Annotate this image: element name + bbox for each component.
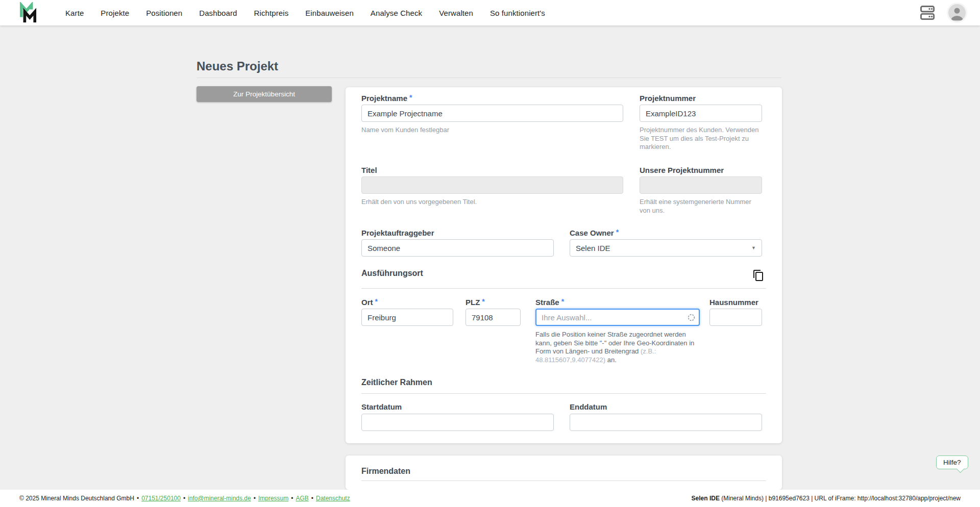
- nav-item-karte[interactable]: Karte: [65, 9, 84, 17]
- projektnummer-label: Projektnummer: [640, 94, 696, 103]
- footer-link-impressum[interactable]: Impressum: [258, 495, 288, 502]
- case-owner-selected-value: Selen IDE: [576, 244, 610, 252]
- required-asterisk: *: [561, 297, 564, 306]
- main-nav: Karte Projekte Positionen Dashboard Rich…: [65, 9, 545, 17]
- user-avatar-icon[interactable]: [948, 4, 966, 21]
- server-icon[interactable]: [920, 5, 935, 21]
- section-heading-firmendaten: Firmendaten: [361, 467, 410, 476]
- top-navigation-bar: Karte Projekte Positionen Dashboard Rich…: [0, 0, 980, 26]
- footer: © 2025 Mineral Minds Deutschland GmbH•07…: [0, 490, 980, 507]
- unsere-projektnummer-label: Unsere Projektnummer: [640, 166, 724, 174]
- required-asterisk: *: [616, 228, 619, 236]
- required-asterisk: *: [409, 93, 412, 102]
- nav-item-dashboard[interactable]: Dashboard: [199, 9, 237, 17]
- hausnummer-input[interactable]: [709, 309, 762, 326]
- plz-input[interactable]: [465, 309, 521, 326]
- page-title: Neues Projekt: [197, 59, 278, 73]
- ort-input[interactable]: [361, 309, 453, 326]
- section-divider: [361, 288, 766, 289]
- section-heading-ausfuehrungsort: Ausführungsort: [361, 269, 423, 278]
- nav-item-analyse-check[interactable]: Analyse Check: [371, 9, 422, 17]
- nav-item-einbauweisen[interactable]: Einbauweisen: [305, 9, 354, 17]
- footer-left: © 2025 Mineral Minds Deutschland GmbH•07…: [19, 495, 350, 502]
- help-button[interactable]: Hilfe?: [936, 455, 968, 469]
- ort-label: Ort*: [361, 298, 378, 307]
- footer-link-datenschutz[interactable]: Datenschutz: [316, 495, 350, 502]
- projektname-label: Projektname*: [361, 94, 412, 103]
- chevron-down-icon: ▼: [751, 245, 756, 250]
- plz-label: PLZ*: [465, 298, 485, 307]
- enddatum-label: Enddatum: [570, 402, 607, 411]
- projektname-helper: Name vom Kunden festlegbar: [361, 126, 449, 135]
- title-divider: [197, 78, 781, 78]
- hausnummer-label: Hausnummer: [709, 298, 758, 307]
- startdatum-label: Startdatum: [361, 402, 402, 411]
- titel-input: [361, 176, 623, 194]
- footer-link-email[interactable]: info@mineral-minds.de: [188, 495, 251, 502]
- unsere-projektnummer-helper: Erhält eine systemgenerierte Nummer von …: [640, 198, 764, 215]
- projektnummer-input[interactable]: [640, 105, 762, 122]
- enddatum-input[interactable]: [570, 414, 762, 431]
- projektauftraggeber-label: Projektauftraggeber: [361, 229, 434, 237]
- nav-item-projekte[interactable]: Projekte: [101, 9, 129, 17]
- nav-item-verwalten[interactable]: Verwalten: [439, 9, 473, 17]
- unsere-projektnummer-input: [640, 176, 762, 194]
- titel-label: Titel: [361, 166, 377, 174]
- topbar-right-controls: [920, 4, 966, 21]
- required-asterisk: *: [375, 297, 378, 306]
- strasse-label: Straße*: [535, 298, 564, 307]
- strasse-helper: Falls die Position keiner Straße zugeord…: [535, 331, 695, 364]
- footer-link-agb[interactable]: AGB: [296, 495, 308, 502]
- mineral-minds-logo[interactable]: [19, 2, 37, 23]
- section-heading-zeitlicher-rahmen: Zeitlicher Rahmen: [361, 378, 432, 387]
- nav-item-so-funktionierts[interactable]: So funktioniert's: [490, 9, 545, 17]
- case-owner-label: Case Owner*: [570, 229, 619, 237]
- titel-helper: Erhält den von uns vorgegebenen Titel.: [361, 198, 477, 207]
- nav-item-positionen[interactable]: Positionen: [146, 9, 182, 17]
- new-project-form-card: Projektname* Name vom Kunden festlegbar …: [346, 87, 782, 443]
- footer-copyright: © 2025 Mineral Minds Deutschland GmbH: [19, 495, 134, 502]
- firmendaten-card: Firmendaten: [346, 455, 782, 490]
- strasse-input[interactable]: [535, 309, 700, 326]
- startdatum-input[interactable]: [361, 414, 554, 431]
- case-owner-select[interactable]: Selen IDE ▼: [570, 239, 762, 257]
- copy-icon[interactable]: [752, 269, 765, 282]
- section-divider: [361, 480, 766, 481]
- projektauftraggeber-input[interactable]: [361, 239, 554, 257]
- back-to-project-overview-button[interactable]: Zur Projektübersicht: [197, 86, 332, 102]
- footer-session-info: Selen IDE (Mineral Minds) | b91695ed7623…: [692, 495, 961, 502]
- nav-item-richtpreis[interactable]: Richtpreis: [254, 9, 289, 17]
- footer-link-phone[interactable]: 07151/250100: [141, 495, 181, 502]
- projektnummer-helper: Projektnummer des Kunden. Verwenden Sie …: [640, 126, 764, 151]
- section-divider: [361, 393, 766, 394]
- required-asterisk: *: [482, 297, 484, 306]
- projektname-input[interactable]: [361, 105, 623, 122]
